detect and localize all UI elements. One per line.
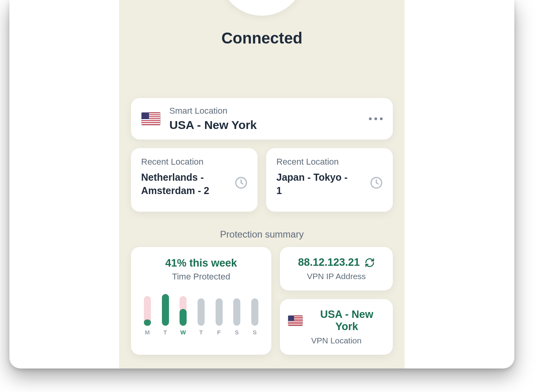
smart-location-card[interactable]: Smart Location USA - New York xyxy=(131,98,393,140)
protection-summary-title: Protection summary xyxy=(131,229,393,240)
connect-power-button[interactable] xyxy=(219,0,305,16)
vpn-location-label: VPN Location xyxy=(288,336,385,345)
protection-summary-row: 41% this week Time Protected MTWTFSS 88.… xyxy=(131,247,393,355)
recent-location-label: Recent Location xyxy=(276,157,383,167)
chart-bar: M xyxy=(142,290,153,336)
smart-location-label: Smart Location xyxy=(169,106,383,116)
time-protected-metric: 41% this week xyxy=(138,257,264,269)
vpn-ip-card[interactable]: 88.12.123.21 VPN IP Address xyxy=(280,247,393,290)
recent-location-card[interactable]: Recent Location Japan - Tokyo - 1 xyxy=(266,148,393,212)
usa-flag-icon xyxy=(288,315,303,326)
chart-bar-label: S xyxy=(253,329,257,336)
chart-bar-label: S xyxy=(235,329,239,336)
time-protected-sub: Time Protected xyxy=(138,272,264,282)
time-protected-bar-chart: MTWTFSS xyxy=(142,290,260,336)
chart-bar-label: T xyxy=(199,329,203,336)
chart-bar: F xyxy=(214,290,225,336)
usa-flag-icon xyxy=(141,112,161,125)
smart-location-value: USA - New York xyxy=(169,118,383,132)
chart-bar: S xyxy=(231,290,242,336)
time-protected-card[interactable]: 41% this week Time Protected MTWTFSS xyxy=(131,247,271,355)
recent-locations-row: Recent Location Netherlands - Amsterdam … xyxy=(131,148,393,212)
recent-location-value: Japan - Tokyo - 1 xyxy=(276,171,355,198)
recent-location-card[interactable]: Recent Location Netherlands - Amsterdam … xyxy=(131,148,258,212)
vpn-ip-value: 88.12.123.21 xyxy=(298,256,360,269)
cards-area: Smart Location USA - New York Recent Loc… xyxy=(131,98,393,355)
chart-bar-label: F xyxy=(217,329,221,336)
vpn-location-value: USA - New York xyxy=(309,309,385,333)
summary-right-column: 88.12.123.21 VPN IP Address xyxy=(280,247,393,355)
vpn-ip-label: VPN IP Address xyxy=(288,272,385,281)
vpn-location-card[interactable]: USA - New York VPN Location xyxy=(280,299,393,355)
device-frame: Connected Smart Location USA - New York … xyxy=(9,0,514,368)
chart-bar: T xyxy=(196,290,207,336)
recent-location-label: Recent Location xyxy=(141,157,247,167)
more-options-icon[interactable] xyxy=(369,118,383,120)
clock-icon xyxy=(369,176,383,190)
chart-bar-label: M xyxy=(145,329,150,336)
vpn-app-screen: Connected Smart Location USA - New York … xyxy=(119,0,405,368)
connection-status-title: Connected xyxy=(119,29,405,47)
chart-bar: S xyxy=(249,290,260,336)
recent-location-value: Netherlands - Amsterdam - 2 xyxy=(141,171,220,198)
clock-icon xyxy=(234,176,248,190)
chart-bar-label: T xyxy=(163,329,167,336)
refresh-icon[interactable] xyxy=(365,258,375,268)
chart-bar: T xyxy=(160,290,171,336)
chart-bar-label: W xyxy=(180,329,186,336)
chart-bar: W xyxy=(178,290,189,336)
